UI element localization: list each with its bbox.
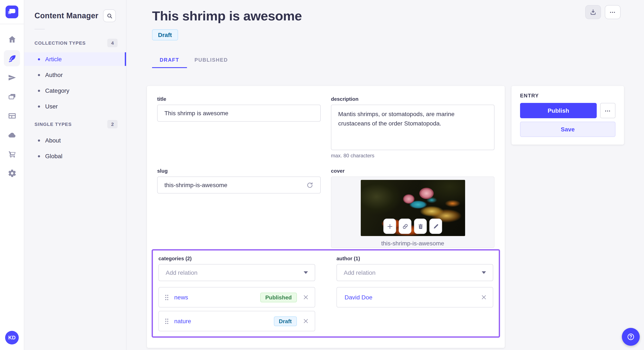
entry-panel: ENTRY Publish ... Save [512, 86, 624, 145]
cover-delete-button[interactable] [414, 219, 427, 234]
pencil-icon [432, 223, 439, 229]
bullet-icon [38, 105, 40, 107]
content-manager-sidebar: Content Manager COLLECTION TYPES 4 Artic… [24, 0, 126, 350]
relation-row-nature: nature Draft [158, 311, 315, 331]
title-input[interactable]: This shrimp is awesome [157, 105, 321, 122]
relation-row-news: news Published [158, 287, 315, 308]
slug-input[interactable]: this-shrimp-is-awesome [157, 176, 321, 193]
slug-field-label: slug [157, 168, 321, 174]
link-icon [402, 223, 408, 229]
entry-panel-title: ENTRY [520, 93, 616, 99]
sidebar-item-label: Global [45, 153, 62, 160]
page-title: This shrimp is awesome [152, 8, 644, 24]
bullet-icon [38, 139, 40, 141]
releases-icon[interactable] [4, 69, 20, 85]
sidebar-item-category[interactable]: Category [24, 84, 126, 97]
collection-types-count: 4 [107, 39, 118, 47]
ellipsis-icon: ... [610, 8, 616, 16]
section-label-collection-types: COLLECTION TYPES [34, 40, 86, 45]
cover-edit-button[interactable] [429, 219, 442, 234]
chevron-down-icon [304, 271, 308, 274]
bullet-icon [38, 74, 40, 76]
author-field: author (1) Add relation David Doe [336, 256, 493, 331]
export-button[interactable] [585, 5, 601, 19]
sidebar-item-user[interactable]: User [24, 100, 126, 113]
user-avatar[interactable]: KD [5, 331, 19, 345]
app-window: KD Content Manager COLLECTION TYPES 4 Ar… [0, 0, 644, 350]
marketplace-cart-icon[interactable] [4, 146, 20, 162]
relation-link-david-doe[interactable]: David Doe [344, 294, 372, 301]
home-icon[interactable] [4, 31, 20, 47]
description-field-label: description [331, 96, 494, 102]
sidebar-item-article[interactable]: Article [24, 52, 126, 66]
chevron-down-icon [482, 271, 486, 274]
author-add-relation-select[interactable]: Add relation [336, 264, 493, 281]
cover-field: this-shrimp-is-awesome [331, 176, 494, 248]
drag-handle-icon[interactable] [165, 294, 169, 301]
header-more-button[interactable]: ... [605, 5, 620, 19]
remove-relation-icon[interactable] [303, 294, 309, 300]
description-hint: max. 80 characters [331, 153, 494, 159]
sidebar-item-label: About [45, 137, 61, 144]
remove-relation-icon[interactable] [303, 318, 309, 324]
cloud-icon[interactable] [4, 127, 20, 143]
question-mark-icon [626, 333, 635, 341]
sidebar-divider [34, 29, 45, 29]
sidebar-item-about[interactable]: About [24, 134, 126, 147]
title-field-label: title [157, 96, 321, 102]
sidebar-item-label: Category [45, 87, 70, 94]
relation-status-badge: Draft [274, 316, 297, 326]
categories-field: categories (2) Add relation news [158, 256, 315, 331]
help-button[interactable] [622, 328, 640, 346]
remove-relation-icon[interactable] [481, 294, 487, 300]
drag-handle-icon[interactable] [165, 318, 169, 324]
author-placeholder: Add relation [344, 269, 376, 276]
version-tabs: DRAFT PUBLISHED [152, 52, 644, 68]
sidebar-item-author[interactable]: Author [24, 68, 126, 82]
search-icon [106, 12, 113, 19]
bullet-icon [38, 155, 40, 157]
sidebar-item-label: Author [45, 71, 63, 78]
sidebar-item-label: Article [45, 56, 62, 62]
sidebar-item-global[interactable]: Global [24, 149, 126, 163]
strapi-logo[interactable] [6, 5, 18, 18]
main-nav-rail: KD [0, 0, 24, 350]
settings-gear-icon[interactable] [4, 165, 20, 181]
content-manager-icon[interactable] [4, 50, 20, 66]
bullet-icon [38, 90, 40, 92]
trash-icon [417, 223, 424, 229]
description-textarea[interactable]: Mantis shrimps, or stomatopods, are mari… [331, 105, 494, 150]
categories-placeholder: Add relation [166, 269, 198, 276]
sidebar-item-label: User [45, 103, 58, 110]
media-library-icon[interactable] [4, 88, 20, 105]
cover-add-button[interactable] [383, 219, 396, 234]
regenerate-slug-icon[interactable] [306, 181, 314, 189]
download-icon [590, 8, 597, 16]
relation-link-news[interactable]: news [174, 294, 188, 301]
categories-add-relation-select[interactable]: Add relation [158, 264, 315, 281]
relation-link-nature[interactable]: nature [174, 318, 191, 325]
rail-divider [0, 24, 24, 24]
edit-form-card: title This shrimp is awesome description… [147, 86, 505, 348]
search-button[interactable] [103, 9, 116, 22]
author-field-label: author (1) [336, 256, 493, 262]
relations-highlight-zone: categories (2) Add relation news [152, 249, 500, 338]
ellipsis-icon: ... [605, 107, 611, 115]
tab-published[interactable]: PUBLISHED [187, 52, 236, 68]
entry-more-button[interactable]: ... [600, 103, 616, 118]
section-label-single-types: SINGLE TYPES [34, 122, 72, 127]
save-button[interactable]: Save [520, 122, 616, 137]
content-type-builder-icon[interactable] [4, 108, 20, 124]
cover-image-shrimp [360, 180, 465, 236]
sidebar-title: Content Manager [34, 11, 98, 20]
relation-status-badge: Published [260, 292, 297, 302]
single-types-count: 2 [107, 120, 118, 128]
tab-draft[interactable]: DRAFT [152, 52, 187, 68]
cover-field-label: cover [331, 168, 494, 174]
main-content: ... This shrimp is awesome Draft DRAFT P… [126, 0, 644, 350]
plus-icon [386, 223, 393, 229]
categories-field-label: categories (2) [158, 256, 315, 262]
cover-filename: this-shrimp-is-awesome [331, 240, 494, 247]
publish-button[interactable]: Publish [520, 103, 597, 118]
cover-copy-link-button[interactable] [399, 219, 412, 234]
